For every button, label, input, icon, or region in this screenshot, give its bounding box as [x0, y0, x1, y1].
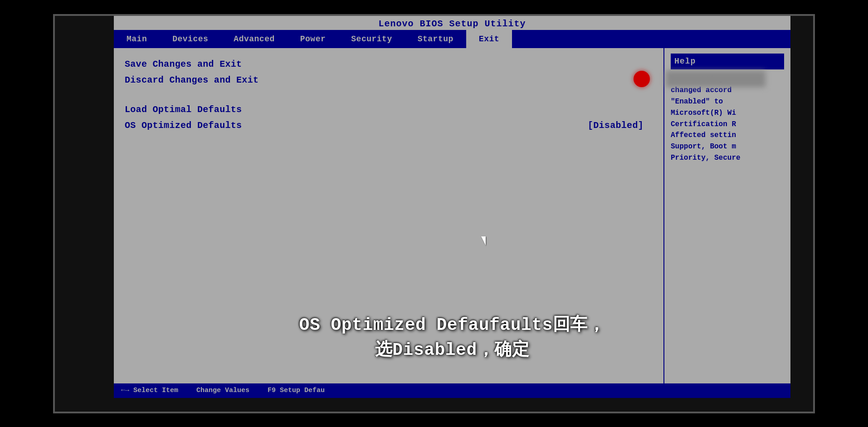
nav-devices[interactable]: Devices	[160, 30, 221, 48]
bottom-status-bar: ←→ Select Item Change Values F9 Setup De…	[114, 383, 790, 398]
nav-bar: Main Devices Advanced Power Security Sta…	[114, 30, 790, 48]
help-title: Help	[671, 54, 784, 69]
nav-startup[interactable]: Startup	[405, 30, 466, 48]
recording-indicator	[634, 71, 650, 87]
bios-title: Lenovo BIOS Setup Utility	[114, 16, 790, 30]
os-optimized-defaults[interactable]: OS Optimized Defaults [Disabled]	[125, 118, 653, 133]
nav-security[interactable]: Security	[338, 30, 405, 48]
help-text: Some settings changed accord "Enabled" t…	[671, 74, 784, 164]
subtitle-line2: 选Disabled，确定	[375, 338, 529, 361]
load-optimal-defaults[interactable]: Load Optimal Defaults	[125, 102, 653, 118]
discard-changes-exit[interactable]: Discard Changes and Exit	[125, 72, 653, 88]
spacer	[125, 92, 653, 102]
status-item-2: Change Values	[196, 387, 249, 394]
left-bezel	[55, 16, 114, 412]
main-content: Save Changes and Exit Discard Changes an…	[114, 48, 790, 383]
nav-exit[interactable]: Exit	[466, 30, 512, 48]
exit-options-section: Save Changes and Exit Discard Changes an…	[125, 56, 653, 88]
bios-screen: Lenovo BIOS Setup Utility Main Devices A…	[114, 16, 790, 398]
subtitle-line1: OS Optimized Defaufaults回车，	[299, 313, 605, 336]
subtitle-overlay: OS Optimized Defaufaults回车， 选Disabled，确定	[114, 313, 790, 361]
right-bezel	[790, 16, 813, 412]
defaults-section: Load Optimal Defaults OS Optimized Defau…	[125, 102, 653, 133]
bottom-bezel	[55, 398, 813, 412]
nav-advanced[interactable]: Advanced	[221, 30, 287, 48]
status-item-3: F9 Setup Defau	[268, 387, 325, 394]
save-changes-exit[interactable]: Save Changes and Exit	[125, 56, 653, 72]
monitor-frame: Lenovo BIOS Setup Utility Main Devices A…	[53, 14, 815, 413]
menu-bar: Lenovo BIOS Setup Utility Main Devices A…	[114, 16, 790, 48]
blurred-username	[666, 71, 766, 87]
nav-main[interactable]: Main	[114, 30, 160, 48]
nav-power[interactable]: Power	[288, 30, 339, 48]
status-item-1: ←→ Select Item	[121, 387, 178, 394]
